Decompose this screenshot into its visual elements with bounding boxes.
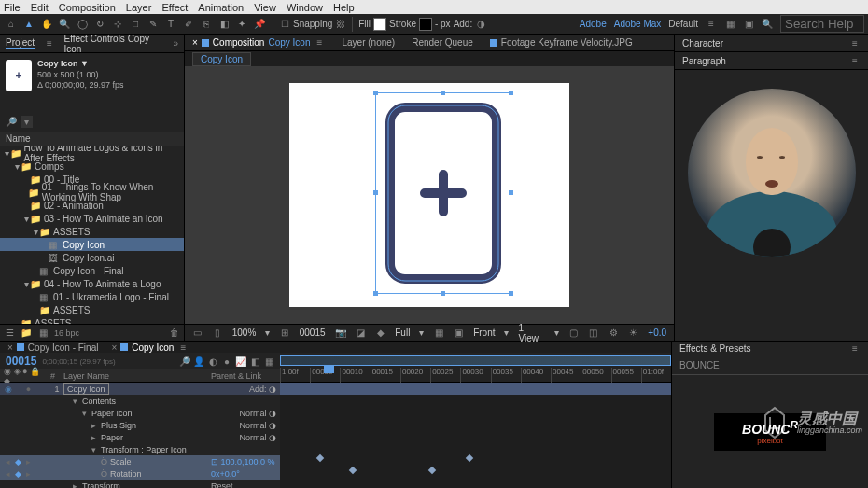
tree-row[interactable]: ▾📁04 - How To Animate a Logo [0, 277, 184, 290]
bouncr-preset[interactable]: BOUNCR pixelbot [714, 413, 826, 451]
new-comp-icon[interactable]: ▦ [37, 328, 49, 339]
comp-thumbnail-icon[interactable] [6, 60, 32, 91]
tree-row[interactable]: 📁01 - Things To Know When Working With S… [0, 186, 184, 199]
menu-view[interactable]: View [254, 2, 276, 13]
tab-layer[interactable]: Layer (none) [342, 37, 395, 48]
tab-render-queue[interactable]: Render Queue [412, 37, 473, 48]
tree-row[interactable]: 📁ASSETS [0, 316, 184, 324]
playhead[interactable] [329, 353, 329, 488]
trash-icon[interactable]: 🗑 [169, 328, 180, 339]
project-col-name[interactable]: Name [0, 132, 184, 146]
tl-tab-menu-icon[interactable]: ≡ [177, 342, 189, 353]
timeline-row[interactable]: ◂◆▸ÖScale⊡ 100.0,100.0 % [0, 455, 280, 467]
vf-3d-icon[interactable]: ▦ [433, 328, 443, 339]
keyframe[interactable] [466, 454, 473, 462]
tree-row[interactable]: 🖼Copy Icon.ai [0, 251, 184, 264]
menu-composition[interactable]: Composition [59, 2, 116, 13]
vf-op1-icon[interactable]: ▢ [568, 328, 579, 339]
vf-mag2-icon[interactable]: ▯ [212, 328, 222, 339]
timeline-row[interactable]: ▾Transform : Paper Icon [0, 443, 280, 455]
puppet-tool-icon[interactable]: 📌 [252, 17, 267, 32]
tree-row[interactable]: ▦Copy Icon [0, 238, 184, 251]
search-icon[interactable]: 🔎 [6, 117, 17, 128]
ws-opt1-icon[interactable]: ▦ [724, 19, 735, 30]
tl-tab-final[interactable]: × Copy Icon - Final [7, 342, 98, 353]
ws-opt2-icon[interactable]: ▣ [743, 19, 754, 30]
tl-3d-icon[interactable]: ▦ [263, 356, 274, 367]
brush-tool-icon[interactable]: ✐ [181, 17, 196, 32]
stroke-width[interactable]: - px [435, 19, 451, 29]
time-value[interactable]: 00015 [300, 328, 326, 338]
layer-track[interactable] [280, 383, 671, 395]
timeline-row[interactable]: ▸Plus SignNormal ◑ [0, 419, 280, 431]
flow-tab-copy-icon[interactable]: Copy Icon [192, 52, 251, 66]
orbit-tool-icon[interactable]: ◯ [75, 17, 90, 32]
new-folder-icon[interactable]: 📁 [21, 328, 32, 339]
tree-row[interactable]: ▾📁ASSETS [0, 225, 184, 238]
timeline-row[interactable]: ◂◆▸ÖRotation0x+0.0° [0, 467, 280, 480]
tl-tab-copy[interactable]: × Copy Icon ≡ [111, 342, 189, 353]
menu-file[interactable]: File [4, 2, 21, 13]
vf-snap-icon[interactable]: 📷 [335, 328, 346, 339]
snap-opts-icon[interactable]: ⛓ [335, 19, 346, 30]
adobe-link[interactable]: Adobe [580, 19, 607, 29]
vf-op3-icon[interactable]: ⚙ [609, 328, 619, 339]
search-help-input[interactable] [780, 15, 864, 33]
composition-viewer[interactable] [185, 66, 674, 324]
eraser-tool-icon[interactable]: ◧ [217, 17, 231, 32]
anchor-tool-icon[interactable]: ⊹ [110, 17, 125, 32]
workspace-label[interactable]: Default [668, 19, 698, 29]
tree-row[interactable]: ▾📁03 - How To Animate an Icon [0, 212, 184, 225]
menu-help[interactable]: Help [333, 2, 355, 13]
adobe-max-link[interactable]: Adobe Max [614, 19, 662, 29]
work-area[interactable] [280, 355, 671, 366]
hand-tool-icon[interactable]: ✋ [39, 17, 54, 32]
tab-composition[interactable]: × Composition Copy Icon ≡ [192, 37, 325, 49]
search-dd[interactable]: ▾ [21, 116, 33, 128]
timeline-row[interactable]: ▾Contents [0, 395, 280, 407]
pen-tool-icon[interactable]: ✎ [146, 17, 161, 32]
timeline-tracks[interactable]: 1:00f00005000100001500020000250003000035… [280, 353, 671, 488]
tree-row[interactable]: ▦Copy Icon - Final [0, 264, 184, 277]
vf-op2-icon[interactable]: ◫ [588, 328, 598, 339]
vf-mag-icon[interactable]: ▭ [192, 328, 203, 339]
tl-search-icon[interactable]: 🔎 [179, 356, 190, 367]
tab-effect-controls[interactable]: Effect Controls Copy Icon [63, 34, 163, 54]
roto-tool-icon[interactable]: ✦ [234, 17, 249, 32]
timeline-row[interactable]: ◉●1Copy IconAdd: ◑ [0, 383, 280, 395]
tree-row[interactable]: 📁ASSETS [0, 303, 184, 316]
fill-swatch[interactable] [373, 18, 386, 31]
zoom-value[interactable]: 100% [232, 328, 257, 338]
panel-menu-icon[interactable]: » [173, 38, 178, 49]
zoom-tool-icon[interactable]: 🔍 [57, 17, 72, 32]
exposure-value[interactable]: +0.0 [648, 328, 666, 338]
col-layer-name[interactable]: Layer Name [63, 371, 211, 381]
home-icon[interactable]: ⌂ [4, 17, 19, 32]
paragraph-panel[interactable]: Paragraph [682, 56, 726, 66]
tl-snap-icon[interactable]: ◧ [249, 356, 260, 367]
camera-value[interactable]: Front [473, 328, 495, 338]
tl-mb-icon[interactable]: ● [221, 356, 232, 367]
rect-tool-icon[interactable]: □ [128, 17, 143, 32]
tab-project[interactable]: Project [6, 37, 35, 49]
keyframe[interactable] [349, 467, 357, 474]
character-panel[interactable]: Character [682, 38, 723, 49]
timeline-row[interactable]: ▸PaperNormal ◑ [0, 431, 280, 443]
stroke-swatch[interactable] [419, 18, 432, 31]
panel-menu-icon[interactable]: ≡ [849, 343, 861, 355]
workspace-menu-icon[interactable]: ≡ [706, 19, 717, 30]
clone-tool-icon[interactable]: ⎘ [199, 17, 214, 32]
time-ruler[interactable]: 1:00f00005000100001500020000250003000035… [280, 353, 671, 383]
timeline-row[interactable]: ▸TransformReset [0, 480, 280, 488]
tree-row[interactable]: ▾📁How To Animate Logos & Icons in After … [0, 146, 184, 160]
add-menu-icon[interactable]: ◑ [475, 19, 486, 30]
tl-fx-icon[interactable]: ◐ [207, 356, 218, 367]
views-value[interactable]: 1 View [518, 323, 544, 343]
vf-ch-icon[interactable]: ◆ [375, 328, 385, 339]
menu-edit[interactable]: Edit [31, 2, 49, 13]
panel-menu-icon[interactable]: ≡ [849, 55, 861, 66]
menu-effect[interactable]: Effect [161, 2, 188, 13]
rotate-tool-icon[interactable]: ↻ [92, 17, 107, 32]
close-icon[interactable]: × [111, 342, 117, 353]
menu-window[interactable]: Window [287, 2, 323, 13]
